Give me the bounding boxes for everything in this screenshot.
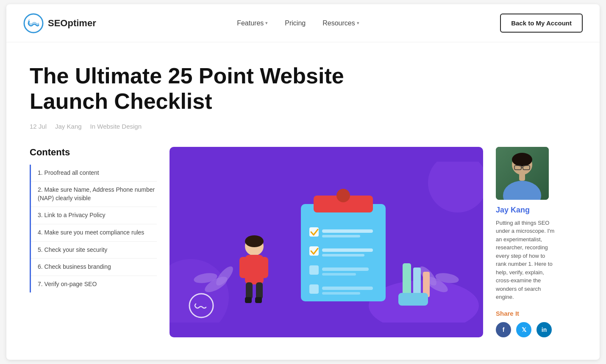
svg-rect-26 [403, 263, 411, 297]
share-icons: f 𝕏 in [496, 322, 557, 337]
author-photo-svg [496, 147, 549, 200]
svg-point-43 [512, 153, 532, 166]
svg-rect-15 [322, 229, 373, 233]
svg-rect-23 [309, 284, 319, 294]
twitter-share-icon[interactable]: 𝕏 [516, 322, 531, 337]
svg-rect-22 [322, 273, 356, 276]
content-area: Contents 1. Proofread all content 2. Mak… [30, 147, 576, 337]
svg-rect-35 [256, 282, 263, 299]
navbar: SEOptimer Features ▾ Pricing Resources ▾… [6, 4, 600, 42]
hero-image [170, 147, 483, 337]
table-of-contents: Contents 1. Proofread all content 2. Mak… [30, 147, 157, 337]
hero-illustration [170, 162, 483, 323]
meta-date: 12 Jul [30, 123, 47, 130]
toc-list: 1. Proofread all content 2. Make sure Na… [30, 165, 157, 293]
toc-item-5[interactable]: 5. Check your site security [31, 242, 157, 259]
svg-rect-18 [322, 248, 373, 252]
svg-rect-27 [413, 267, 421, 297]
svg-rect-36 [245, 297, 252, 303]
svg-rect-16 [322, 235, 360, 237]
meta-category: In Website Design [90, 123, 142, 130]
share-label: Share It [496, 310, 557, 317]
article-meta: 12 Jul Jay Kang In Website Design [30, 123, 576, 130]
svg-point-38 [245, 235, 264, 247]
toc-item-4[interactable]: 4. Make sure you meet compliance rules [31, 224, 157, 242]
svg-rect-37 [255, 297, 262, 303]
back-to-account-button[interactable]: Back to My Account [500, 14, 583, 33]
resources-chevron-icon: ▾ [357, 20, 359, 26]
toc-item-7[interactable]: 7. Verify on-page SEO [31, 276, 157, 293]
svg-rect-25 [322, 292, 360, 295]
toc-item-1[interactable]: 1. Proofread all content [31, 165, 157, 182]
toc-item-2[interactable]: 2. Make sure Name, Address Phone number … [31, 182, 157, 207]
svg-rect-20 [309, 265, 319, 275]
svg-rect-19 [322, 254, 364, 256]
svg-rect-32 [239, 257, 248, 278]
logo[interactable]: SEOptimer [23, 13, 96, 33]
facebook-share-icon[interactable]: f [496, 322, 511, 337]
svg-rect-48 [519, 173, 525, 181]
features-chevron-icon: ▾ [265, 20, 268, 26]
toc-item-3[interactable]: 3. Link to a Privacy Policy [31, 207, 157, 224]
nav-links: Features ▾ Pricing Resources ▾ [237, 19, 359, 27]
nav-features[interactable]: Features ▾ [237, 19, 268, 27]
author-sidebar: Jay Kang Putting all things SEO under a … [496, 147, 557, 337]
author-name: Jay Kang [496, 206, 557, 215]
svg-point-0 [24, 14, 43, 33]
svg-rect-21 [322, 267, 369, 271]
linkedin-share-icon[interactable]: in [537, 322, 552, 337]
main-content: The Ultimate 25 Point Website Launch Che… [6, 42, 600, 354]
svg-rect-29 [398, 293, 428, 306]
page-wrapper: SEOptimer Features ▾ Pricing Resources ▾… [6, 4, 600, 360]
nav-pricing[interactable]: Pricing [285, 19, 306, 27]
article-title: The Ultimate 25 Point Website Launch Che… [30, 63, 411, 114]
svg-rect-34 [246, 282, 253, 299]
nav-resources[interactable]: Resources ▾ [322, 19, 359, 27]
logo-icon [23, 13, 44, 33]
toc-item-6[interactable]: 6. Check business branding [31, 259, 157, 276]
svg-point-13 [336, 189, 350, 202]
svg-rect-24 [322, 287, 373, 290]
author-photo [496, 147, 549, 200]
logo-text: SEOptimer [48, 18, 96, 29]
author-bio: Putting all things SEO under a microscop… [496, 219, 557, 301]
share-it-text: It [515, 310, 519, 317]
toc-title: Contents [30, 147, 157, 158]
svg-rect-33 [261, 257, 268, 278]
meta-author: Jay Kang [55, 123, 82, 130]
